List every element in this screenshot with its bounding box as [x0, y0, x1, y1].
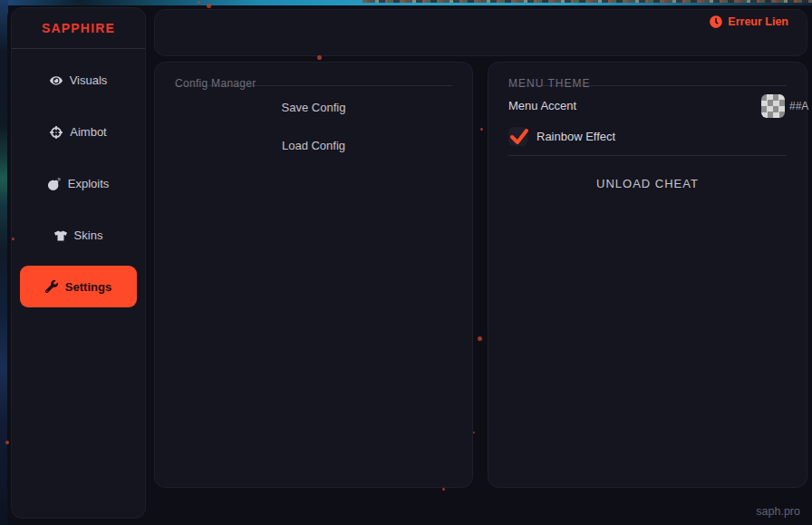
menu-theme-title: MENU THEME	[508, 63, 787, 77]
unload-cheat-button[interactable]: UNLOAD CHEAT	[508, 167, 787, 199]
particle-dot	[478, 336, 482, 341]
sidebar-item-exploits[interactable]: Exploits	[12, 158, 145, 209]
cheat-menu-window: SAPPHIRE Visuals Aimbot Exploits Skins	[7, 5, 812, 525]
sidebar-item-label: Visuals	[70, 73, 108, 87]
load-config-button[interactable]: Load Config	[175, 126, 452, 164]
tshirt-icon	[54, 229, 67, 242]
error-notification[interactable]: Erreur Lien	[710, 15, 788, 28]
sidebar-nav: Visuals Aimbot Exploits Skins Settings	[12, 49, 145, 307]
menu-theme-panel: MENU THEME Menu Accent ##A Rainbow Effec…	[488, 62, 807, 488]
rainbow-effect-label: Rainbow Effect	[536, 130, 615, 143]
bomb-icon	[48, 178, 61, 190]
watermark: saph.pro	[756, 505, 800, 518]
sidebar-item-label: Settings	[65, 280, 111, 294]
sidebar-item-label: Skins	[74, 228, 103, 242]
sidebar-item-label: Aimbot	[70, 125, 106, 139]
particle-dot	[317, 55, 322, 60]
config-manager-panel: Config Manager Save Config Load Config	[154, 62, 473, 488]
check-icon	[508, 124, 531, 148]
menu-accent-value: ##A	[789, 100, 808, 112]
error-notification-label: Erreur Lien	[728, 15, 788, 28]
particle-dot	[198, 1, 200, 4]
crosshair-icon	[50, 126, 63, 139]
top-bar: Erreur Lien	[154, 9, 807, 56]
save-config-button[interactable]: Save Config	[175, 88, 452, 126]
particle-dot	[442, 488, 445, 491]
rainbow-checkbox[interactable]	[508, 127, 527, 146]
sidebar-item-label: Exploits	[68, 177, 110, 190]
sidebar: SAPPHIRE Visuals Aimbot Exploits Skins	[11, 7, 146, 519]
rainbow-effect-row: Rainbow Effect	[508, 126, 787, 146]
wrench-icon	[45, 280, 58, 293]
particle-dot	[207, 4, 211, 8]
eye-icon	[50, 74, 63, 87]
backdrop-pixel-noise	[362, 0, 812, 3]
panel-divider	[508, 155, 787, 156]
sidebar-item-aimbot[interactable]: Aimbot	[12, 106, 145, 158]
color-picker-swatch[interactable]	[761, 94, 785, 118]
particle-dot	[5, 441, 9, 444]
sidebar-item-skins[interactable]: Skins	[12, 209, 145, 261]
particle-dot	[12, 238, 14, 240]
sidebar-item-visuals[interactable]: Visuals	[12, 54, 145, 106]
particle-dot	[480, 128, 483, 131]
sidebar-item-settings[interactable]: Settings	[20, 266, 137, 307]
menu-accent-label: Menu Accent	[508, 92, 787, 121]
menu-accent-row: Menu Accent ##A	[508, 92, 787, 121]
particle-dot	[473, 432, 475, 433]
clock-icon	[710, 15, 722, 28]
brand-title: SAPPHIRE	[12, 8, 145, 48]
config-manager-title: Config Manager	[175, 63, 452, 77]
